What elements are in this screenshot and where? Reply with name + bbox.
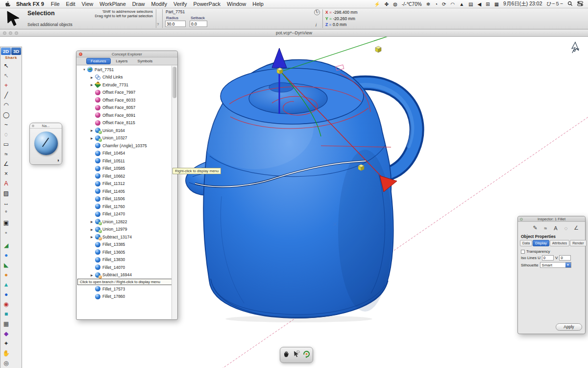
sphere-primitive-tool[interactable]: ● xyxy=(1,250,11,260)
menu-item[interactable]: Window xyxy=(227,1,246,7)
offset-curve-tool[interactable]: ≈ xyxy=(1,149,11,159)
apply-button[interactable]: Apply xyxy=(556,323,582,331)
pan-hand-icon[interactable] xyxy=(283,350,291,360)
tree-item[interactable]: Fillet_17860 xyxy=(77,293,177,301)
tree-item[interactable]: Fillet_11760 xyxy=(77,203,177,210)
scrollbar-thumb[interactable] xyxy=(172,67,176,98)
tree-item[interactable]: Fillet_11506 xyxy=(77,195,177,203)
close-icon[interactable] xyxy=(520,218,523,221)
angle-line-tool[interactable]: ∠ xyxy=(1,159,11,169)
tree-item[interactable]: ▶ Union_12822 xyxy=(77,218,177,226)
spotlight-icon[interactable] xyxy=(567,1,573,7)
cone-tool[interactable]: ▲ xyxy=(1,280,11,289)
radius-input[interactable] xyxy=(165,21,186,27)
apple-menu-icon[interactable] xyxy=(5,1,10,7)
blob-tool[interactable]: ◆ xyxy=(1,329,11,339)
tree-item[interactable]: Fillet_13385 xyxy=(77,241,177,249)
tree-item[interactable]: Offset Face_7997 xyxy=(77,89,177,97)
navigation-mini-window[interactable]: Na... ◑ xyxy=(29,123,62,165)
circle-tool[interactable]: ◯ xyxy=(1,110,11,120)
ellipse-tool[interactable]: ◌ xyxy=(1,130,11,139)
pan-tool[interactable]: ✋ xyxy=(1,348,11,358)
navigation-sphere[interactable] xyxy=(34,131,58,155)
disclosure-triangle-icon[interactable]: ▶ xyxy=(91,273,95,277)
arc-tool[interactable]: ◠ xyxy=(1,100,11,110)
silhouette-dropdown[interactable]: Smart ▼ xyxy=(540,262,571,268)
iso-lines-u-input[interactable] xyxy=(542,255,554,261)
tree-item[interactable]: Fillet_13830 xyxy=(77,256,177,264)
angle-dimension-tool[interactable]: ° xyxy=(1,208,11,218)
symbol-tool[interactable]: ▣ xyxy=(1,218,11,228)
close-icon[interactable] xyxy=(79,53,82,56)
menu-item[interactable]: File xyxy=(51,1,60,7)
cube-tool[interactable]: ■ xyxy=(1,309,11,319)
contrast-icon[interactable]: ◑ xyxy=(56,158,59,163)
tree-item[interactable]: Offset Face_8033 xyxy=(77,96,177,104)
detail-tool[interactable]: ▫ xyxy=(1,228,11,237)
help-icon[interactable]: ? xyxy=(157,22,159,26)
hatch-tool[interactable]: ▨ xyxy=(1,188,11,198)
mode-2d-button[interactable]: 2D xyxy=(1,48,11,55)
eject-icon[interactable]: ▲ xyxy=(459,1,464,7)
pencil-icon[interactable]: ✎ xyxy=(530,223,540,233)
dot-indicator-icon[interactable]: ◍ xyxy=(393,1,397,7)
grid-icon[interactable]: ⊞ xyxy=(486,1,490,7)
tree-item[interactable]: ▶ Extrude_7731 xyxy=(77,81,177,89)
keyboard-icon[interactable]: ▦ xyxy=(494,1,499,7)
menu-item[interactable]: View xyxy=(82,1,94,7)
delete-tool[interactable]: × xyxy=(1,169,11,179)
iso-lines-v-input[interactable] xyxy=(559,255,571,261)
mini-close-icon[interactable] xyxy=(32,125,34,127)
menu-item[interactable]: Edit xyxy=(66,1,75,7)
clock-icon[interactable]: ◔ xyxy=(435,1,438,7)
explorer-tab[interactable]: Layers xyxy=(112,58,132,64)
concept-explorer-titlebar[interactable]: Concept Explorer xyxy=(76,51,177,57)
tree-item[interactable]: Fillet_11405 xyxy=(77,187,177,195)
helix-tool[interactable]: ◉ xyxy=(1,299,11,309)
menubar-clock[interactable]: 9月6日(土) 23:02 xyxy=(503,0,542,7)
tree-scrollbar[interactable] xyxy=(172,66,177,319)
menu-item[interactable]: Draw xyxy=(132,1,145,7)
menu-item[interactable]: WorkPlane xyxy=(99,1,126,7)
kettle-model[interactable] xyxy=(186,60,417,322)
tree-item[interactable]: Fillet_13605 xyxy=(77,248,177,256)
walkthrough-tool[interactable]: ✦ xyxy=(1,339,11,348)
tree-item[interactable]: Offset Face_8091 xyxy=(77,111,177,119)
transparency-checkbox[interactable] xyxy=(521,250,525,254)
mode-3d-button[interactable]: 3D xyxy=(11,48,21,55)
tree-item[interactable]: ▶ Subtract_13174 xyxy=(77,233,177,241)
control-center-icon[interactable] xyxy=(577,1,583,7)
spline-tool[interactable]: ~ xyxy=(1,120,11,130)
menu-item[interactable]: Modify xyxy=(151,1,167,7)
pointer-battery-icon[interactable]: ⚡ xyxy=(374,1,380,7)
tree-item[interactable]: ▶ Union_10327 xyxy=(77,134,177,142)
inspector-tab[interactable]: Display xyxy=(533,240,549,246)
select-partial-tool[interactable]: ↖ xyxy=(1,71,11,80)
info-icon[interactable]: i xyxy=(316,23,317,27)
tree-item[interactable]: Fillet_10585 xyxy=(77,165,177,173)
tree-item[interactable]: Fillet_10511 xyxy=(77,157,177,165)
tree-item[interactable]: Fillet_10454 xyxy=(77,150,177,158)
revolve-tool[interactable]: ● xyxy=(1,270,11,280)
tree-item[interactable]: Fillet_14070 xyxy=(77,263,177,271)
sync-icon[interactable]: ⟳ xyxy=(442,1,446,7)
document-titlebar[interactable]: pot.vcp*--DynView xyxy=(0,29,588,37)
disclosure-triangle-icon[interactable]: ▼ xyxy=(83,68,87,71)
list-icon[interactable]: ▤ xyxy=(468,1,473,7)
disclosure-triangle-icon[interactable]: ▶ xyxy=(91,228,95,231)
plant-icon[interactable]: ✤ xyxy=(385,1,389,7)
setback-input[interactable] xyxy=(190,21,207,27)
rotate-view-icon[interactable] xyxy=(302,350,311,360)
volume-icon[interactable]: ◀ xyxy=(478,1,482,7)
dimension-tool[interactable]: ↔ xyxy=(1,198,11,208)
text-tool[interactable]: A xyxy=(1,179,11,188)
angle-style-icon[interactable]: ∠ xyxy=(571,223,581,233)
disclosure-triangle-icon[interactable]: ▶ xyxy=(91,220,95,223)
tree-item[interactable]: Offset Face_8115 xyxy=(77,119,177,127)
tree-item[interactable]: ▶ Child Links xyxy=(77,74,177,81)
wifi-icon[interactable]: ◠ xyxy=(450,1,455,7)
tree-item[interactable]: ▶ Subtract_16944 xyxy=(77,271,177,279)
inspector-titlebar[interactable]: Inspector: 1 Fillet xyxy=(518,216,585,222)
disclosure-triangle-icon[interactable]: ▶ xyxy=(91,136,95,140)
tree-item[interactable]: ▶ Union_12979 xyxy=(77,226,177,234)
